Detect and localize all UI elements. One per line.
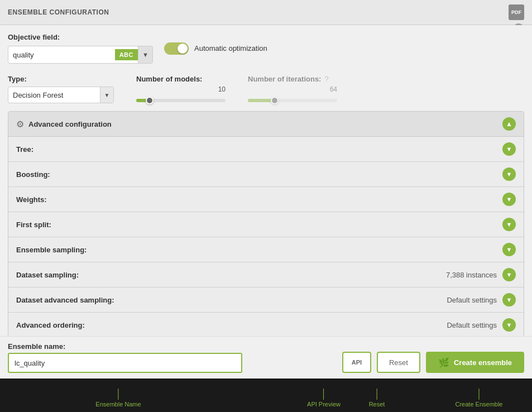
boosting-label: Boosting:	[16, 170, 50, 179]
advanced-header[interactable]: ⚙ Advanced configuration ▲	[8, 112, 524, 137]
dataset-advanced-sampling-expand-button[interactable]: ▼	[502, 293, 516, 306]
accordion-boosting: Boosting: ▼	[8, 162, 524, 187]
advanced-collapse-button[interactable]: ▲	[502, 117, 516, 131]
first-split-right: ▼	[502, 218, 516, 231]
annotation-line-2	[323, 389, 324, 400]
accordion-list: Tree: ▼ Boosting: ▼ Weights:	[8, 137, 524, 337]
objective-field-select[interactable]: quality ABC ▼	[8, 46, 153, 64]
tree-expand-button[interactable]: ▼	[502, 142, 516, 156]
action-buttons: API Reset 🌿 Create ensemble	[342, 352, 524, 373]
objective-row: Objective field: quality ABC ▼ Automatic…	[8, 33, 524, 64]
accordion-dataset-advanced-sampling: Dataset advanced sampling: Default setti…	[8, 288, 524, 313]
annotation-ensemble-name: Ensemble Name	[95, 389, 141, 408]
iterations-help-icon: ?	[324, 75, 328, 83]
accordion-advanced-ordering: Advanced ordering: Default settings ▼	[8, 313, 524, 337]
accordion-tree: Tree: ▼	[8, 137, 524, 162]
iterations-value: 64	[248, 85, 337, 93]
dataset-advanced-sampling-label: Dataset advanced sampling:	[16, 296, 114, 304]
type-value: Decision Forest	[8, 91, 100, 99]
dataset-advanced-sampling-value: Default settings	[447, 296, 497, 304]
abc-badge: ABC	[115, 49, 138, 60]
config-row: Type: Decision Forest ▼ Number of models…	[8, 75, 524, 103]
pdf-button[interactable]: PDF	[509, 4, 524, 20]
models-thumb[interactable]	[146, 97, 154, 104]
iterations-thumb	[271, 97, 279, 104]
accordion-row-ensemble-sampling[interactable]: Ensemble sampling: ▼	[8, 237, 524, 262]
objective-field-value: quality	[8, 51, 115, 59]
advanced-ordering-expand-button[interactable]: ▼	[502, 318, 516, 332]
tree-label: Tree:	[16, 145, 33, 154]
tree-right: ▼	[502, 142, 516, 156]
weights-right: ▼	[502, 193, 516, 206]
ensemble-name-label: Ensemble name:	[8, 342, 242, 351]
type-select[interactable]: Decision Forest ▼	[8, 87, 114, 103]
annotation-reset: Reset	[369, 389, 385, 408]
models-value: 10	[136, 85, 226, 93]
ensemble-sampling-right: ▼	[502, 243, 516, 256]
annotation-line-3	[377, 389, 377, 400]
annotation-api-preview: API Preview	[307, 389, 341, 408]
objective-field-group: Objective field: quality ABC ▼	[8, 33, 153, 64]
page-title: ENSEMBLE CONFIGURATION	[8, 8, 109, 16]
accordion-row-dataset-advanced-sampling[interactable]: Dataset advanced sampling: Default setti…	[8, 288, 524, 312]
models-header: Number of models:	[136, 75, 226, 83]
dataset-sampling-expand-button[interactable]: ▼	[502, 268, 516, 281]
ensemble-sampling-expand-button[interactable]: ▼	[502, 243, 516, 256]
advanced-ordering-value: Default settings	[447, 321, 497, 329]
dataset-advanced-sampling-right: Default settings ▼	[447, 293, 516, 306]
first-split-expand-button[interactable]: ▼	[502, 218, 516, 231]
annotation-line-4	[479, 389, 480, 400]
weights-expand-button[interactable]: ▼	[502, 193, 516, 206]
advanced-title: Advanced configuration	[28, 120, 112, 128]
accordion-row-boosting[interactable]: Boosting: ▼	[8, 162, 524, 186]
ensemble-name-input[interactable]	[8, 353, 242, 373]
models-label: Number of models:	[136, 75, 202, 83]
accordion-row-weights[interactable]: Weights: ▼	[8, 187, 524, 212]
dataset-sampling-label: Dataset sampling:	[16, 271, 79, 279]
dataset-sampling-value: 7,388 instances	[446, 271, 497, 279]
annotation-create-ensemble: Create Ensemble	[456, 389, 503, 408]
accordion-row-first-split[interactable]: First split: ▼	[8, 212, 524, 237]
create-ensemble-icon: 🌿	[438, 357, 449, 368]
accordion-row-tree[interactable]: Tree: ▼	[8, 137, 524, 161]
iterations-slider	[248, 99, 337, 102]
annotation-text-create-ensemble: Create Ensemble	[456, 401, 503, 408]
objective-section: Objective field: quality ABC ▼ Automatic…	[0, 25, 532, 69]
models-group: Number of models: 10	[136, 75, 226, 102]
boosting-expand-button[interactable]: ▼	[502, 167, 516, 181]
type-group: Type: Decision Forest ▼	[8, 75, 114, 103]
reset-button[interactable]: Reset	[377, 352, 420, 373]
boosting-right: ▼	[502, 167, 516, 181]
ensemble-name-group: Ensemble name:	[8, 342, 242, 373]
objective-label: Objective field:	[8, 33, 153, 41]
accordion-ensemble-sampling: Ensemble sampling: ▼	[8, 237, 524, 262]
toggle-knob	[178, 44, 188, 54]
annotation-text-api-preview: API Preview	[307, 401, 341, 408]
accordion-row-dataset-sampling[interactable]: Dataset sampling: 7,388 instances ▼	[8, 262, 524, 287]
iterations-label: Number of iterations:	[248, 75, 321, 83]
accordion-dataset-sampling: Dataset sampling: 7,388 instances ▼	[8, 262, 524, 288]
type-label: Type:	[8, 75, 114, 83]
iterations-header: Number of iterations: ?	[248, 75, 337, 83]
objective-dropdown-arrow[interactable]: ▼	[138, 46, 152, 64]
weights-label: Weights:	[16, 195, 47, 204]
auto-optimization-toggle[interactable]	[164, 42, 189, 55]
advanced-ordering-label: Advanced ordering:	[16, 321, 85, 329]
advanced-ordering-right: Default settings ▼	[447, 318, 516, 332]
iterations-group: Number of iterations: ? 64	[248, 75, 337, 102]
annotation-text-ensemble-name: Ensemble Name	[95, 401, 141, 408]
accordion-weights: Weights: ▼	[8, 187, 524, 212]
annotation-line-1	[118, 389, 118, 400]
accordion-row-advanced-ordering[interactable]: Advanced ordering: Default settings ▼	[8, 313, 524, 337]
ensemble-sampling-label: Ensemble sampling:	[16, 246, 87, 254]
reset-label: Reset	[389, 358, 408, 367]
create-ensemble-button[interactable]: 🌿 Create ensemble	[426, 352, 524, 373]
type-dropdown-arrow[interactable]: ▼	[100, 87, 113, 103]
models-slider[interactable]	[136, 99, 226, 102]
main-container: ENSEMBLE CONFIGURATION PDF ? Objective f…	[0, 0, 532, 412]
config-section: Type: Decision Forest ▼ Number of models…	[0, 69, 532, 111]
dataset-sampling-right: 7,388 instances ▼	[446, 268, 516, 281]
api-preview-button[interactable]: API	[342, 352, 371, 373]
create-label: Create ensemble	[454, 358, 512, 367]
api-label: API	[352, 359, 362, 366]
